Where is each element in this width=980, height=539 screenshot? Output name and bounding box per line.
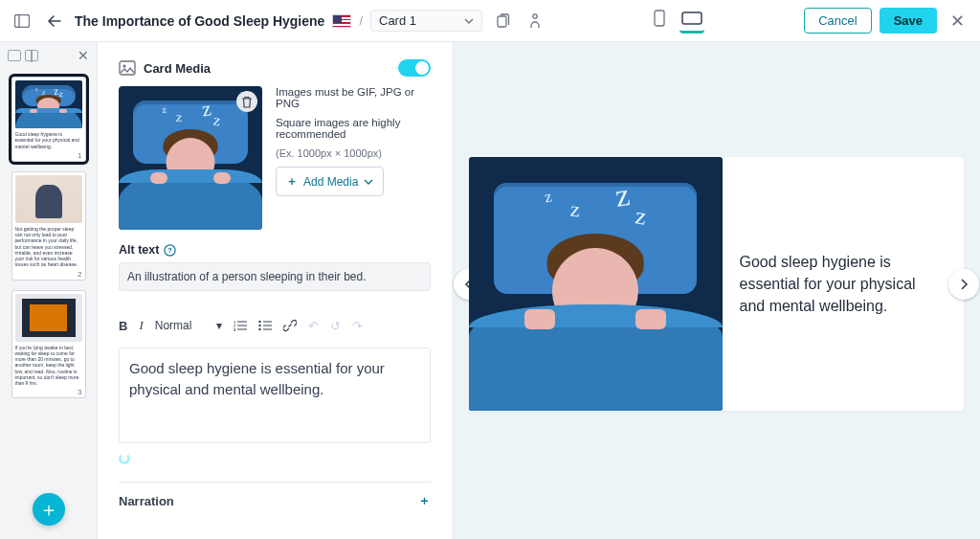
preview-text: Good sleep hygiene is essential for your… [740, 251, 931, 318]
image-icon [119, 60, 136, 76]
close-button[interactable]: ✕ [945, 11, 970, 32]
svg-rect-0 [15, 14, 30, 27]
media-info: Images must be GIF, JPG or PNG Square im… [276, 86, 431, 230]
locale-flag-icon[interactable] [332, 14, 351, 28]
trash-icon [241, 96, 253, 108]
caret-down-icon: ▾ [216, 319, 222, 332]
rich-text-toolbar: B I Normal ▾ 123 ↶ ↺ ↷ [119, 318, 431, 340]
narration-label: Narration [119, 494, 174, 508]
body-text-editor[interactable]: Good sleep hygiene is essential for your… [119, 348, 431, 443]
back-button[interactable] [42, 9, 67, 34]
card-media-label: Card Media [144, 61, 211, 76]
sidebar-close-button[interactable]: ✕ [78, 48, 89, 63]
card-thumbnail-3[interactable]: If you're lying awake in bed, waiting fo… [11, 290, 86, 399]
svg-rect-2 [498, 16, 506, 27]
svg-text:?: ? [167, 246, 172, 255]
narration-section-header[interactable]: Narration ＋ [119, 482, 431, 509]
bold-button[interactable]: B [119, 319, 127, 333]
undo-button[interactable]: ↶ [308, 319, 319, 333]
text-style-select[interactable]: Normal ▾ [155, 319, 223, 332]
svg-rect-5 [682, 12, 702, 24]
save-button[interactable]: Save [880, 8, 937, 34]
thumbnail-caption: Not getting the proper sleep can not onl… [15, 226, 82, 268]
svg-rect-4 [655, 11, 664, 26]
device-mobile-button[interactable] [647, 9, 672, 34]
add-card-fab[interactable]: ＋ [33, 493, 65, 526]
chevron-down-icon [464, 18, 474, 24]
delete-media-button[interactable] [236, 91, 257, 112]
preview-card: zzzz Good sleep hygiene is essential for… [469, 157, 964, 411]
chevron-down-icon [364, 179, 373, 185]
chevron-right-icon [959, 279, 969, 290]
breadcrumb-separator: / [359, 13, 363, 28]
add-media-button[interactable]: ＋ Add Media [276, 167, 384, 196]
device-desktop-button[interactable] [679, 9, 704, 34]
thumbnail-number: 3 [78, 388, 81, 396]
preview-next-button[interactable] [948, 269, 979, 300]
document-title: The Importance of Good Sleep Hygiene [75, 13, 324, 29]
media-hint: (Ex. 1000px × 1000px) [276, 147, 431, 159]
help-icon[interactable]: ? [164, 244, 176, 257]
duplicate-card-button[interactable] [490, 9, 515, 34]
svg-point-18 [259, 325, 261, 326]
plus-icon: ＋ [418, 492, 431, 509]
link-button[interactable] [283, 319, 297, 332]
alt-text-label: Alt text [119, 243, 159, 257]
svg-point-20 [259, 328, 261, 330]
ordered-list-button[interactable]: 123 [234, 320, 247, 331]
svg-point-3 [533, 13, 537, 17]
svg-text:3: 3 [234, 327, 236, 331]
add-media-label: Add Media [303, 175, 358, 189]
cards-sidebar: ✕ zzzz Good sleep hygiene is essential f… [0, 42, 98, 539]
sidebar-view-split[interactable] [25, 50, 38, 61]
presenter-button[interactable] [523, 9, 547, 34]
layout-toggle-button[interactable] [10, 9, 34, 34]
thumbnail-number: 1 [78, 151, 81, 160]
thumbnail-image: zzzz [15, 80, 82, 128]
thumbnail-caption: If you're lying awake in bed, waiting fo… [15, 345, 82, 387]
sidebar-view-single[interactable] [8, 50, 21, 61]
card-thumbnail-1[interactable]: zzzz Good sleep hygiene is essential for… [11, 77, 86, 162]
redo-button[interactable]: ↷ [352, 319, 363, 333]
cancel-button[interactable]: Cancel [804, 8, 871, 34]
media-requirements: Images must be GIF, JPG or PNG [276, 86, 431, 109]
card-selector[interactable]: Card 1 [370, 10, 482, 32]
text-style-label: Normal [155, 319, 192, 332]
preview-image: zzzz [469, 157, 723, 411]
card-media-preview[interactable]: zzzz [119, 86, 262, 230]
editor-panel: Card Media zzzz Images must be GIF, JPG … [98, 42, 452, 539]
thumbnail-number: 2 [78, 270, 81, 279]
top-bar: The Importance of Good Sleep Hygiene / C… [0, 0, 980, 42]
media-recommendation: Square images are highly recommended [276, 117, 431, 140]
thumbnail-caption: Good sleep hygiene is essential for your… [15, 131, 82, 149]
reset-button[interactable]: ↺ [330, 319, 341, 333]
loading-indicator-icon [119, 453, 130, 464]
italic-button[interactable]: I [139, 318, 143, 333]
svg-point-16 [259, 321, 261, 323]
svg-point-7 [122, 64, 125, 67]
card-media-toggle[interactable] [398, 59, 431, 77]
unordered-list-button[interactable] [258, 320, 272, 331]
thumbnail-image [15, 294, 82, 342]
preview-pane: zzzz Good sleep hygiene is essential for… [452, 42, 980, 539]
thumbnail-image [15, 175, 82, 223]
card-thumbnail-2[interactable]: Not getting the proper sleep can not onl… [11, 171, 86, 281]
card-selector-label: Card 1 [379, 13, 416, 28]
alt-text-input[interactable] [119, 262, 431, 291]
